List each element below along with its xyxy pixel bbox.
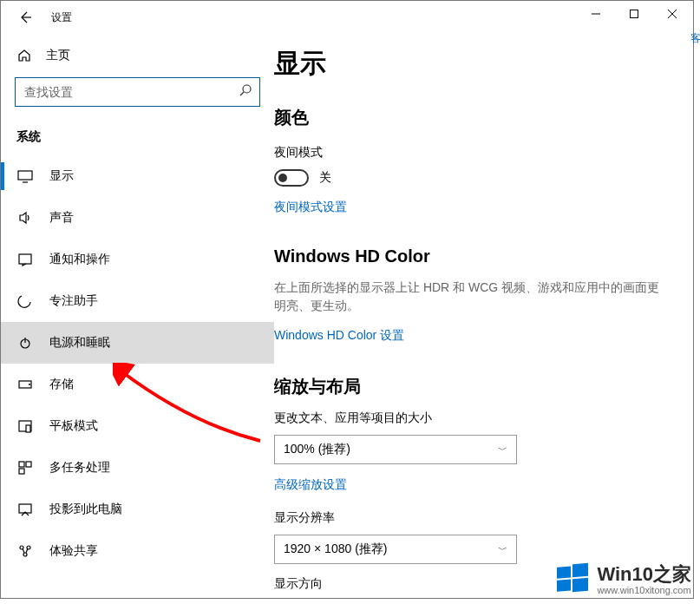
windows-logo-icon [555,562,590,597]
scale-label: 更改文本、应用等项目的大小 [274,410,671,426]
back-button[interactable] [16,9,34,26]
svg-line-23 [23,548,24,553]
edge-fragment: 客 [690,31,700,46]
home-label: 主页 [46,48,70,63]
project-icon [16,502,34,517]
svg-rect-25 [557,566,571,578]
close-button[interactable] [653,1,691,27]
svg-rect-26 [572,563,588,578]
sound-icon [16,210,34,226]
page-title: 显示 [274,46,671,82]
window-title: 设置 [51,10,72,25]
search-box[interactable] [15,77,260,107]
resolution-value: 1920 × 1080 (推荐) [284,542,387,557]
section-hd: Windows HD Color 在上面所选择的显示器上让 HDR 和 WCG … [274,246,671,344]
window-controls [577,1,691,27]
svg-rect-28 [572,578,588,593]
sidebar-item-storage[interactable]: 存储 [1,364,274,405]
sidebar-item-label: 声音 [49,210,74,226]
search-icon [239,83,252,101]
svg-rect-15 [26,425,30,432]
sidebar-item-label: 专注助手 [49,293,98,309]
maximize-button[interactable] [615,1,653,27]
display-icon [16,168,34,184]
svg-line-6 [240,92,244,95]
svg-rect-7 [18,171,32,180]
svg-point-5 [243,85,251,93]
section-color: 颜色 夜间模式 关 夜间模式设置 [274,106,671,215]
sidebar: 主页 系统 显示 声音 通知和操作 [1,34,274,598]
sidebar-item-sharing[interactable]: 体验共享 [1,530,274,572]
svg-point-22 [23,553,27,556]
sidebar-item-label: 通知和操作 [49,252,110,267]
scale-dropdown[interactable]: 100% (推荐) ﹀ [274,435,517,464]
sidebar-item-multitask[interactable]: 多任务处理 [1,447,274,489]
svg-rect-17 [26,462,31,467]
svg-rect-9 [19,254,31,264]
search-input[interactable] [24,85,239,99]
sidebar-item-label: 体验共享 [49,543,98,559]
advanced-scale-link[interactable]: 高级缩放设置 [274,477,347,493]
sidebar-item-notifications[interactable]: 通知和操作 [1,239,274,280]
section-heading-scale: 缩放与布局 [274,375,671,398]
titlebar: 设置 [1,1,693,34]
svg-rect-16 [19,462,24,467]
tablet-icon [16,418,34,434]
sidebar-item-label: 平板模式 [49,418,98,434]
resolution-dropdown[interactable]: 1920 × 1080 (推荐) ﹀ [274,535,517,564]
storage-icon [16,377,34,392]
night-mode-label: 夜间模式 [274,145,671,161]
scale-value: 100% (推荐) [284,442,350,457]
sidebar-item-label: 多任务处理 [49,460,110,476]
watermark-url: www.win10xitong.com [597,585,691,595]
svg-rect-27 [557,579,571,591]
nav-list: 显示 声音 通知和操作 专注助手 电源和睡眠 [1,155,274,572]
share-icon [16,543,34,559]
category-label: 系统 [1,119,274,155]
night-mode-settings-link[interactable]: 夜间模式设置 [274,200,347,215]
watermark-title: Win10之家 [597,564,691,585]
power-icon [16,335,34,351]
sidebar-item-label: 显示 [49,168,74,184]
content: 显示 颜色 夜间模式 关 夜间模式设置 Windows HD Color 在上面… [274,34,693,598]
chevron-down-icon: ﹀ [498,443,507,456]
toggle-state: 关 [319,170,331,186]
svg-rect-2 [631,10,638,18]
night-mode-toggle[interactable] [274,169,309,187]
sidebar-item-sound[interactable]: 声音 [1,197,274,239]
home-icon [16,49,32,62]
sidebar-item-label: 电源和睡眠 [49,335,110,351]
sidebar-item-power[interactable]: 电源和睡眠 [1,322,274,364]
chevron-down-icon: ﹀ [498,543,507,556]
sidebar-item-display[interactable]: 显示 [1,155,274,197]
body: 主页 系统 显示 声音 通知和操作 [1,34,693,598]
notification-icon [16,252,34,267]
hd-settings-link[interactable]: Windows HD Color 设置 [274,328,404,344]
watermark: Win10之家 www.win10xitong.com [555,562,691,597]
sidebar-item-tablet[interactable]: 平板模式 [1,405,274,447]
sidebar-item-focus[interactable]: 专注助手 [1,280,274,322]
sidebar-item-label: 存储 [49,377,74,392]
resolution-label: 显示分辨率 [274,510,671,526]
svg-point-13 [29,384,30,385]
multitask-icon [16,460,34,476]
home-button[interactable]: 主页 [1,39,274,72]
section-heading-color: 颜色 [274,106,671,129]
svg-line-24 [26,548,28,553]
settings-window: 设置 主页 [0,0,694,599]
watermark-text: Win10之家 www.win10xitong.com [597,564,691,595]
sidebar-item-projecting[interactable]: 投影到此电脑 [1,489,274,530]
minimize-button[interactable] [577,1,615,27]
svg-rect-18 [19,469,24,474]
night-mode-row: 关 [274,169,671,187]
section-scale: 缩放与布局 更改文本、应用等项目的大小 100% (推荐) ﹀ 高级缩放设置 显… [274,375,671,592]
section-heading-hd: Windows HD Color [274,246,671,266]
hd-description: 在上面所选择的显示器上让 HDR 和 WCG 视频、游戏和应用中的画面更明亮、更… [274,279,671,315]
focus-icon [16,293,34,309]
sidebar-item-label: 投影到此电脑 [49,502,122,517]
